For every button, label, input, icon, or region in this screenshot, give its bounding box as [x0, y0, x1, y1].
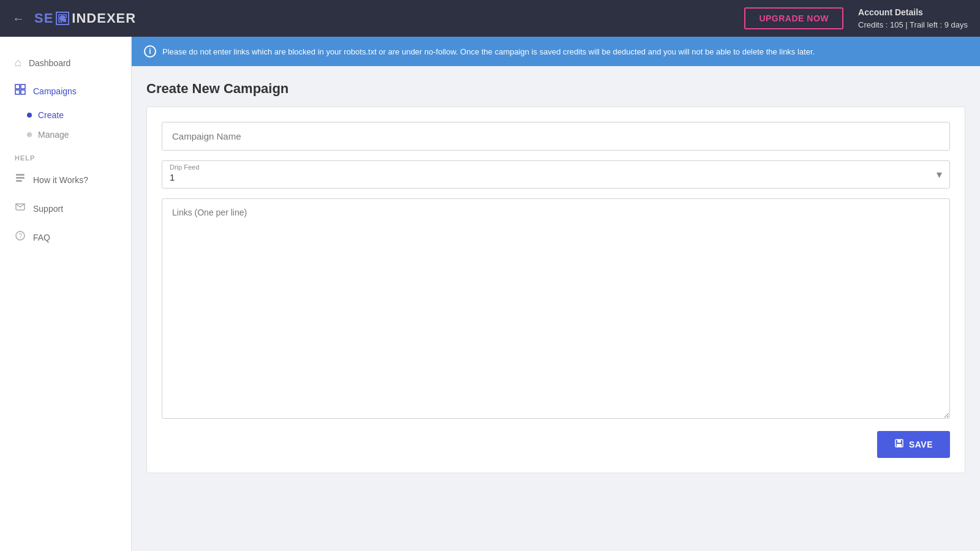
logo-indexer-text: INDEXER	[72, 10, 136, 26]
logo-se-text: SE	[34, 10, 53, 26]
svg-rect-4	[15, 84, 20, 89]
manage-label: Manage	[38, 130, 69, 140]
links-textarea[interactable]	[162, 198, 950, 419]
campaigns-icon	[15, 84, 26, 98]
svg-rect-0	[59, 15, 62, 18]
campaign-name-input[interactable]	[162, 122, 950, 151]
sidebar-item-support[interactable]: Support	[0, 194, 131, 223]
sidebar: ⌂ Dashboard Campaigns Create Manage HELP	[0, 37, 132, 551]
back-button[interactable]: ←	[12, 12, 24, 26]
account-details: Account Details Credits : 105 | Trail le…	[858, 6, 968, 31]
svg-rect-8	[16, 174, 24, 176]
drip-feed-label: Drip Feed	[170, 163, 942, 171]
sidebar-sub-manage[interactable]: Manage	[0, 125, 131, 144]
info-icon: i	[144, 45, 156, 58]
form-footer: SAVE	[162, 431, 950, 458]
page-title: Create New Campaign	[132, 66, 980, 107]
logo-icon	[56, 12, 69, 25]
svg-rect-2	[59, 19, 62, 22]
svg-text:?: ?	[19, 233, 23, 239]
sidebar-item-faq[interactable]: ? FAQ	[0, 223, 131, 252]
drip-feed-select[interactable]: 1 2 3 4 5	[170, 172, 942, 182]
form-card: Drip Feed 1 2 3 4 5 ▾	[146, 107, 965, 473]
svg-rect-5	[21, 84, 25, 89]
create-dot	[27, 113, 32, 118]
save-label: SAVE	[909, 440, 933, 449]
svg-rect-14	[897, 440, 901, 443]
help-section-label: HELP	[0, 144, 131, 165]
main-content: i Please do not enter links which are bl…	[132, 37, 980, 551]
save-button[interactable]: SAVE	[877, 431, 950, 458]
drip-feed-wrapper: Drip Feed 1 2 3 4 5 ▾	[162, 160, 950, 189]
svg-rect-3	[63, 19, 66, 22]
header: ← SE INDEXER UPGRADE NOW Account Details…	[0, 0, 980, 37]
support-label: Support	[33, 204, 63, 214]
sidebar-item-campaigns[interactable]: Campaigns	[0, 77, 131, 105]
campaigns-label: Campaigns	[33, 86, 77, 96]
main-layout: ⌂ Dashboard Campaigns Create Manage HELP	[0, 37, 980, 551]
logo: SE INDEXER	[34, 10, 136, 26]
support-icon	[15, 201, 26, 216]
faq-icon: ?	[15, 230, 26, 244]
sidebar-item-how-it-works[interactable]: How it Works?	[0, 165, 131, 194]
svg-rect-10	[16, 180, 22, 182]
info-banner-message: Please do not enter links which are bloc…	[162, 47, 815, 56]
account-credits: Credits : 105 | Trail left : 9 days	[858, 19, 968, 31]
svg-rect-9	[16, 177, 24, 179]
sidebar-sub-create[interactable]: Create	[0, 105, 131, 125]
how-it-works-icon	[15, 173, 26, 187]
dashboard-label: Dashboard	[29, 58, 71, 68]
info-banner: i Please do not enter links which are bl…	[132, 37, 980, 66]
create-label: Create	[38, 110, 64, 120]
svg-rect-15	[897, 444, 902, 447]
svg-rect-6	[15, 90, 20, 94]
home-icon: ⌂	[15, 56, 21, 69]
manage-dot	[27, 132, 32, 137]
svg-rect-1	[63, 15, 66, 18]
faq-label: FAQ	[33, 233, 50, 242]
sidebar-item-dashboard[interactable]: ⌂ Dashboard	[0, 49, 131, 77]
upgrade-button[interactable]: UPGRADE NOW	[744, 7, 843, 29]
svg-rect-7	[21, 90, 25, 94]
how-it-works-label: How it Works?	[33, 175, 88, 185]
account-title: Account Details	[858, 6, 968, 19]
save-icon	[894, 438, 904, 451]
